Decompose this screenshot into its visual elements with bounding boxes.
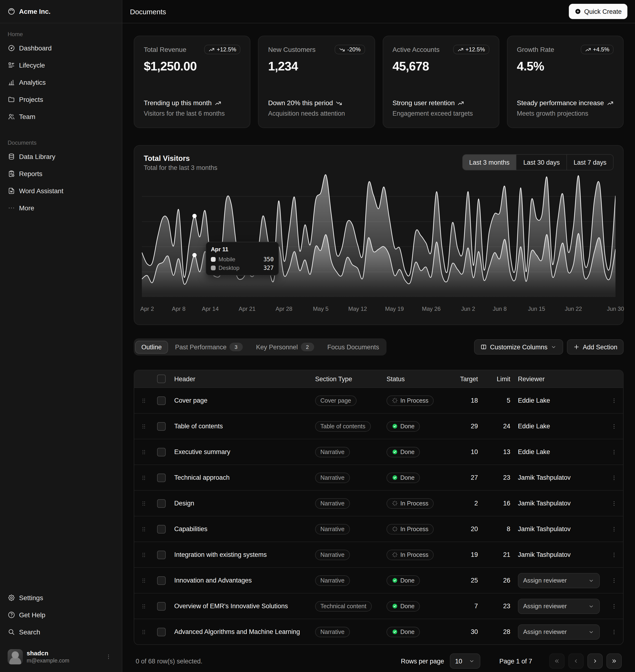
sidebar-item-analytics[interactable]: Analytics <box>4 75 118 90</box>
limit-value[interactable]: 21 <box>503 551 510 558</box>
limit-value[interactable]: 16 <box>503 500 510 507</box>
limit-value[interactable]: 28 <box>503 628 510 635</box>
target-value[interactable]: 29 <box>471 423 478 430</box>
assign-reviewer-select[interactable]: Assign reviewer <box>518 573 600 588</box>
drag-handle[interactable] <box>140 449 147 455</box>
row-header-label[interactable]: Table of contents <box>174 423 223 430</box>
sidebar-item-data-library[interactable]: Data Library <box>4 149 118 164</box>
row-menu-button[interactable] <box>608 421 620 432</box>
target-value[interactable]: 7 <box>474 603 478 610</box>
limit-value[interactable]: 8 <box>507 525 510 533</box>
table-row[interactable]: Design Narrative In Process 2 16 Jamik T… <box>134 490 623 516</box>
row-header-label[interactable]: Technical approach <box>174 474 230 481</box>
tab-focus-documents[interactable]: Focus Documents <box>321 340 385 353</box>
row-menu-button[interactable] <box>608 395 620 406</box>
drag-handle[interactable] <box>140 500 147 507</box>
row-menu-button[interactable] <box>608 549 620 560</box>
sidebar-item-reports[interactable]: Reports <box>4 166 118 181</box>
tab-outline[interactable]: Outline <box>135 340 168 353</box>
target-value[interactable]: 30 <box>471 628 478 635</box>
assign-reviewer-select[interactable]: Assign reviewer <box>518 624 600 640</box>
assign-reviewer-select[interactable]: Assign reviewer <box>518 599 600 614</box>
row-header-label[interactable]: Cover page <box>174 397 207 404</box>
table-row[interactable]: Advanced Algorithms and Machine Learning… <box>134 619 623 644</box>
row-menu-button[interactable] <box>608 498 620 509</box>
user-menu-button[interactable] <box>103 651 114 663</box>
row-header-label[interactable]: Innovation and Advantages <box>174 577 252 584</box>
target-value[interactable]: 18 <box>471 397 478 404</box>
table-row[interactable]: Table of contents Table of contents Done… <box>134 413 623 439</box>
last-page-button[interactable] <box>607 653 622 669</box>
limit-value[interactable]: 23 <box>503 603 510 610</box>
chart-plot-area[interactable]: Apr 11 Mobile 350 Desktop 327 <box>142 171 615 297</box>
range-last-7-days[interactable]: Last 7 days <box>566 155 613 170</box>
limit-value[interactable]: 23 <box>503 474 510 481</box>
target-value[interactable]: 27 <box>471 474 478 481</box>
user-menu[interactable]: shadcn m@example.com <box>4 645 118 668</box>
customize-columns-button[interactable]: Customize Columns <box>474 339 563 355</box>
row-header-label[interactable]: Design <box>174 500 194 507</box>
row-checkbox[interactable] <box>157 396 166 405</box>
row-checkbox[interactable] <box>157 576 166 585</box>
row-header-label[interactable]: Capabilities <box>174 525 207 533</box>
add-section-button[interactable]: Add Section <box>567 339 623 355</box>
row-header-label[interactable]: Overview of EMR's Innovative Solutions <box>174 603 288 610</box>
sidebar-item-get-help[interactable]: Get Help <box>4 607 118 623</box>
row-header-label[interactable]: Integration with existing systems <box>174 551 267 558</box>
row-menu-button[interactable] <box>608 575 620 586</box>
drag-handle[interactable] <box>140 603 147 609</box>
drag-handle[interactable] <box>140 551 147 558</box>
limit-value[interactable]: 26 <box>503 577 510 584</box>
drag-handle[interactable] <box>140 474 147 481</box>
limit-value[interactable]: 13 <box>503 448 510 455</box>
sidebar-item-word-assistant[interactable]: Word Assistant <box>4 183 118 199</box>
first-page-button[interactable] <box>549 653 565 669</box>
row-header-label[interactable]: Executive summary <box>174 448 231 455</box>
table-row[interactable]: Innovation and Advantages Narrative Done… <box>134 567 623 593</box>
drag-handle[interactable] <box>140 423 147 429</box>
org-switcher[interactable]: Acme Inc. <box>0 0 122 23</box>
target-value[interactable]: 25 <box>471 577 478 584</box>
row-checkbox[interactable] <box>157 602 166 610</box>
row-checkbox[interactable] <box>157 525 166 533</box>
row-menu-button[interactable] <box>608 446 620 457</box>
tab-key-personnel[interactable]: Key Personnel2 <box>250 340 320 354</box>
row-checkbox[interactable] <box>157 551 166 559</box>
sidebar-item-dashboard[interactable]: Dashboard <box>4 41 118 56</box>
sidebar-item-more[interactable]: More <box>4 200 118 216</box>
range-last-30-days[interactable]: Last 30 days <box>516 155 566 170</box>
row-checkbox[interactable] <box>157 422 166 430</box>
drag-handle[interactable] <box>140 577 147 584</box>
table-row[interactable]: Integration with existing systems Narrat… <box>134 542 623 567</box>
row-menu-button[interactable] <box>608 523 620 535</box>
range-last-3-months[interactable]: Last 3 months <box>462 155 516 170</box>
row-checkbox[interactable] <box>157 499 166 508</box>
table-row[interactable]: Capabilities Narrative In Process 20 8 J… <box>134 516 623 542</box>
table-row[interactable]: Executive summary Narrative Done 10 13 E… <box>134 439 623 465</box>
row-header-label[interactable]: Advanced Algorithms and Machine Learning <box>174 628 300 635</box>
limit-value[interactable]: 24 <box>503 423 510 430</box>
sidebar-item-team[interactable]: Team <box>4 109 118 124</box>
row-checkbox[interactable] <box>157 473 166 482</box>
row-menu-button[interactable] <box>608 626 620 637</box>
sidebar-item-projects[interactable]: Projects <box>4 92 118 107</box>
rows-per-page-select[interactable]: 10 <box>450 653 480 669</box>
table-row[interactable]: Cover page Cover page In Process 18 5 Ed… <box>134 388 623 413</box>
target-value[interactable]: 19 <box>471 551 478 558</box>
next-page-button[interactable] <box>587 653 603 669</box>
target-value[interactable]: 2 <box>474 500 478 507</box>
sidebar-item-lifecycle[interactable]: Lifecycle <box>4 58 118 73</box>
table-row[interactable]: Overview of EMR's Innovative Solutions T… <box>134 593 623 619</box>
sidebar-item-search[interactable]: Search <box>4 624 118 640</box>
drag-handle[interactable] <box>140 397 147 404</box>
table-row[interactable]: Technical approach Narrative Done 27 23 … <box>134 465 623 490</box>
sidebar-item-settings[interactable]: Settings <box>4 590 118 605</box>
tab-past-performance[interactable]: Past Performance3 <box>169 340 249 354</box>
drag-handle[interactable] <box>140 525 147 532</box>
target-value[interactable]: 20 <box>471 525 478 533</box>
row-checkbox[interactable] <box>157 627 166 636</box>
quick-create-button[interactable]: Quick Create <box>569 4 627 19</box>
drag-handle[interactable] <box>140 628 147 635</box>
row-menu-button[interactable] <box>608 600 620 612</box>
limit-value[interactable]: 5 <box>507 397 510 404</box>
